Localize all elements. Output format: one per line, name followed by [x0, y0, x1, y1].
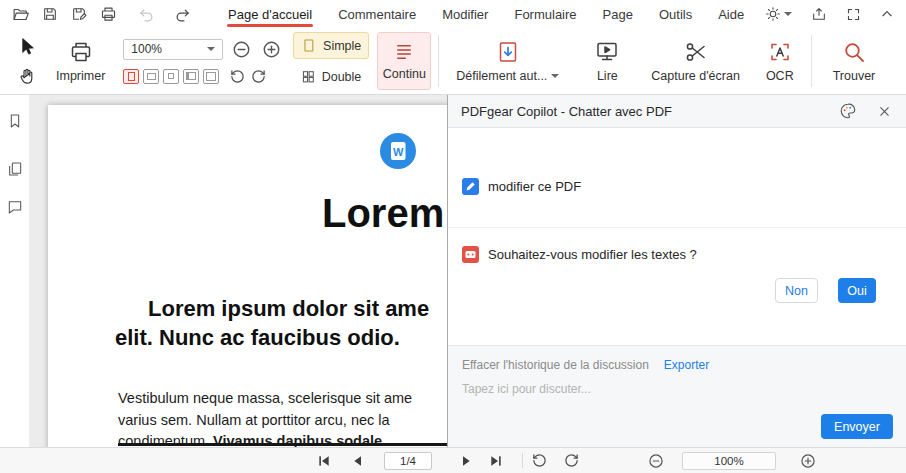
statusbar-separator: [522, 453, 523, 468]
thumbnails-panel-button[interactable]: [5, 159, 25, 179]
copilot-close-button[interactable]: [876, 103, 893, 120]
scissors-icon: [684, 40, 708, 64]
page-indicator[interactable]: 1/4: [384, 452, 432, 470]
quick-print-button[interactable]: [98, 4, 119, 25]
tab-label: Commentaire: [338, 7, 416, 22]
double-page-button[interactable]: Double: [293, 63, 369, 90]
screen-capture-button[interactable]: Capture d'écran: [641, 32, 750, 90]
statusbar-zoom-in-button[interactable]: [800, 448, 816, 473]
tab-label: Aide: [718, 7, 744, 22]
document-heading-line2: elit. Nunc ac faucibus odio.: [115, 325, 400, 351]
actual-size-icon[interactable]: [163, 69, 179, 84]
first-page-icon: [316, 453, 332, 469]
tab-outils[interactable]: Outils: [646, 0, 705, 28]
chat-divider: [448, 227, 906, 228]
zoom-out-button[interactable]: [230, 38, 253, 61]
tab-label: Page: [603, 7, 633, 22]
collapse-ribbon-button[interactable]: [878, 5, 896, 23]
yes-button[interactable]: Oui: [838, 278, 876, 303]
tab-formulaire[interactable]: Formulaire: [501, 0, 589, 28]
statusbar: 1/4 100%: [0, 447, 906, 473]
print-button[interactable]: Imprimer: [46, 32, 115, 90]
statusbar-zoom-value[interactable]: 100%: [682, 452, 776, 470]
copilot-theme-button[interactable]: [837, 100, 859, 122]
chat-message-user: modifier ce PDF: [462, 178, 581, 195]
continuous-scroll-button[interactable]: Continu: [377, 32, 431, 90]
content-area: W Lorem Lorem ipsum dolor sit ame elit. …: [0, 95, 906, 447]
undo-button[interactable]: [136, 4, 157, 25]
auto-scroll-button[interactable]: Défilement aut...: [446, 32, 569, 90]
fit-visible-icon[interactable]: [183, 69, 199, 84]
single-page-button[interactable]: Simple: [293, 32, 369, 59]
next-page-button[interactable]: [458, 448, 474, 473]
clear-history-link[interactable]: Effacer l'historique de la discussion: [462, 358, 649, 372]
chat-input[interactable]: [462, 382, 852, 396]
statusbar-zoom-out-button[interactable]: [648, 448, 664, 473]
pdf-page[interactable]: W Lorem Lorem ipsum dolor sit ame elit. …: [48, 105, 447, 447]
read-mode-label: Lire: [597, 69, 618, 83]
share-icon: [811, 6, 827, 22]
bookmarks-panel-button[interactable]: [5, 111, 25, 131]
send-button[interactable]: Envoyer: [821, 414, 893, 439]
search-icon: [842, 40, 866, 64]
tab-modifier[interactable]: Modifier: [429, 0, 501, 28]
menu-tabs: Page d'accueil Commentaire Modifier Form…: [215, 0, 757, 28]
select-tool-button[interactable]: [16, 35, 39, 58]
tab-page[interactable]: Page: [590, 0, 646, 28]
copilot-header: PDFgear Copilot - Chatter avec PDF: [448, 95, 906, 128]
continuous-scroll-label: Continu: [383, 67, 426, 81]
hand-tool-button[interactable]: [16, 65, 38, 87]
no-button[interactable]: Non: [775, 278, 818, 303]
word-document-icon[interactable]: W: [379, 132, 417, 170]
rotate-left-button[interactable]: [229, 68, 246, 85]
fullscreen-button[interactable]: [844, 5, 863, 24]
page-fit-options: [123, 68, 283, 85]
ribbon-separator: [811, 35, 812, 87]
first-page-button[interactable]: [316, 448, 332, 473]
save-as-button[interactable]: [69, 4, 89, 24]
body-line: varius sem. Nullam at porttitor arcu, ne…: [118, 410, 412, 432]
zoom-out-icon: [232, 40, 251, 59]
tab-page-accueil[interactable]: Page d'accueil: [215, 0, 325, 28]
tab-aide[interactable]: Aide: [705, 0, 757, 28]
find-button[interactable]: Trouver: [823, 32, 886, 90]
tab-commentaire[interactable]: Commentaire: [325, 0, 429, 28]
previous-page-button[interactable]: [350, 448, 366, 473]
rotate-right-icon: [251, 69, 266, 84]
fullscreen-icon: [846, 7, 861, 22]
redo-icon: [174, 6, 191, 23]
document-title-text: Lorem: [322, 191, 444, 236]
full-width-icon[interactable]: [203, 69, 219, 84]
export-link[interactable]: Exporter: [664, 358, 709, 372]
comments-panel-button[interactable]: [5, 197, 25, 217]
share-button[interactable]: [809, 4, 829, 24]
fit-width-icon[interactable]: [123, 69, 139, 84]
double-page-label: Double: [322, 70, 362, 84]
save-button[interactable]: [40, 4, 60, 24]
printer-icon: [100, 6, 117, 23]
fit-glyph: [128, 72, 135, 81]
rotate-page-left-button[interactable]: [532, 448, 547, 473]
rotate-left-icon: [532, 453, 547, 468]
last-page-button[interactable]: [488, 448, 504, 473]
ribbon-toolbar: Imprimer 100%: [0, 28, 906, 95]
undo-icon: [138, 6, 155, 23]
app-root: Page d'accueil Commentaire Modifier Form…: [0, 0, 906, 95]
read-mode-button[interactable]: Lire: [585, 32, 629, 90]
left-sidebar: [0, 95, 30, 447]
copilot-title: PDFgear Copilot - Chatter avec PDF: [461, 104, 837, 119]
fit-page-icon[interactable]: [143, 69, 159, 84]
svg-text:W: W: [393, 146, 404, 158]
open-file-button[interactable]: [10, 4, 31, 25]
rotate-right-button[interactable]: [250, 68, 267, 85]
chat-message-text: Souhaitez-vous modifier les textes ?: [488, 247, 697, 262]
ocr-button[interactable]: OCR: [756, 32, 804, 90]
zoom-in-button[interactable]: [260, 38, 283, 61]
document-viewport[interactable]: W Lorem Lorem ipsum dolor sit ame elit. …: [30, 95, 447, 447]
redo-button[interactable]: [172, 4, 193, 25]
rotate-page-right-button[interactable]: [564, 448, 579, 473]
auto-scroll-label: Défilement aut...: [456, 69, 547, 83]
zoom-level-dropdown[interactable]: 100%: [123, 39, 223, 60]
close-icon: [878, 105, 891, 118]
theme-mode-button[interactable]: [763, 4, 794, 24]
